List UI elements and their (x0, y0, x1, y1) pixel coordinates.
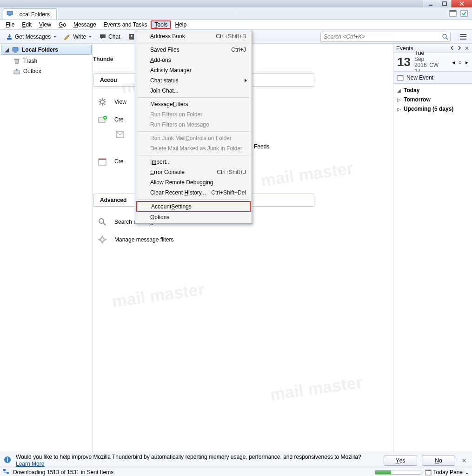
action-label: Cre (114, 158, 123, 165)
get-messages-button[interactable]: Get Messages (3, 32, 59, 41)
tasks-icon[interactable] (460, 9, 468, 19)
svg-rect-2 (7, 11, 13, 15)
chat-button[interactable]: Chat (96, 32, 123, 41)
svg-point-9 (131, 35, 133, 37)
filters-icon (93, 235, 107, 244)
close-button[interactable] (451, 0, 472, 7)
menu-help[interactable]: Help (171, 20, 190, 29)
menu-file[interactable]: File (2, 20, 18, 29)
menu-address-book[interactable]: Address BookCtrl+Shift+B (136, 31, 251, 41)
menu-tools[interactable]: Tools (151, 20, 171, 29)
progress-bar (375, 470, 421, 475)
prev-day-icon[interactable]: ◂ (452, 59, 455, 66)
action-label: View (114, 99, 126, 105)
menu-clear-history[interactable]: Clear Recent History...Ctrl+Shift+Del (136, 188, 251, 198)
menu-edit[interactable]: Edit (18, 20, 35, 29)
sidebar-item-trash[interactable]: Trash (0, 56, 93, 66)
search-icon[interactable] (442, 34, 448, 41)
menu-run-filters-message: Run Filters on Message (136, 120, 251, 130)
twisty-icon[interactable]: ◢ (4, 47, 9, 53)
sidebar-label: Trash (23, 58, 37, 64)
menu-saved-files[interactable]: Saved FilesCtrl+J (136, 45, 251, 55)
event-group-tomorrow[interactable]: ▷Tomorrow (397, 95, 468, 104)
today-dot-icon[interactable]: ○ (459, 59, 462, 66)
event-group-today[interactable]: ◢Today (397, 86, 468, 95)
submenu-arrow-icon (245, 79, 247, 82)
date-display: 13 Tue Sep 2016 CW 37 ◂ ○ ▸ (393, 53, 472, 72)
watermark: mail master (269, 372, 364, 404)
svg-rect-25 (99, 159, 106, 160)
svg-rect-12 (460, 36, 466, 37)
new-account-icon (93, 115, 107, 124)
svg-rect-16 (14, 59, 19, 60)
menu-join-chat[interactable]: Join Chat... (136, 86, 251, 96)
maximize-button[interactable] (437, 0, 451, 7)
events-title: Events (396, 45, 413, 52)
tab-bar: Local Folders (0, 7, 472, 20)
learn-more-link[interactable]: Learn More (16, 461, 44, 467)
menu-chat-status[interactable]: Chat status (136, 75, 251, 86)
folder-pane: ◢ Local Folders Trash Outbox (0, 44, 93, 453)
addressbook-icon (128, 33, 135, 40)
notification-bar: i Would you like to help improve Mozilla… (0, 453, 472, 468)
today-pane-toggle[interactable]: Today Pane ⌄ (425, 469, 469, 476)
close-notification-icon[interactable]: ✕ (460, 457, 468, 464)
menu-import[interactable]: Import... (136, 157, 251, 167)
no-button[interactable]: No (422, 456, 455, 466)
calendar-icon[interactable] (449, 9, 457, 19)
svg-point-26 (99, 219, 104, 223)
svg-rect-14 (13, 47, 18, 51)
prev-icon[interactable] (450, 45, 454, 52)
new-event-row[interactable]: New Event (393, 72, 472, 84)
menu-view[interactable]: View (35, 20, 55, 29)
pencil-icon (64, 33, 71, 40)
yes-button[interactable]: Yes (384, 456, 417, 466)
write-button[interactable]: Write (61, 32, 94, 41)
menu-remote-debugging[interactable]: Allow Remote Debugging (136, 177, 251, 188)
menu-account-settings[interactable]: Account Settings (136, 201, 251, 212)
next-day-icon[interactable]: ▸ (465, 59, 468, 66)
watermark: mail master (111, 279, 206, 311)
tab-local-folders[interactable]: Local Folders (3, 8, 57, 20)
calendar-icon (93, 157, 107, 166)
get-messages-label: Get Messages (15, 34, 51, 40)
svg-rect-17 (14, 71, 20, 74)
gear-icon (93, 97, 107, 107)
app-menu-button[interactable] (457, 33, 469, 40)
menu-add-ons[interactable]: Add-ons (136, 55, 251, 65)
svg-rect-0 (429, 5, 432, 6)
action-manage-filters[interactable]: Manage message filters (93, 231, 384, 248)
today-pane: Events ✕ 13 Tue Sep 2016 CW 37 ◂ ○ ▸ New… (393, 44, 472, 453)
info-icon: i (4, 456, 11, 465)
menu-options[interactable]: Options (136, 212, 251, 222)
download-icon (6, 33, 13, 40)
menu-activity-manager[interactable]: Activity Manager (136, 65, 251, 75)
menu-message[interactable]: Message (70, 20, 100, 29)
svg-rect-6 (461, 10, 467, 16)
menu-message-filters[interactable]: Message Filters (136, 99, 251, 109)
sidebar-item-local-folders[interactable]: ◢ Local Folders (1, 45, 92, 55)
tab-label: Local Folders (16, 11, 50, 18)
close-pane-icon[interactable]: ✕ (465, 45, 469, 52)
menu-error-console[interactable]: Error ConsoleCtrl+Shift+J (136, 167, 251, 177)
svg-text:i: i (7, 456, 8, 463)
computer-icon (12, 46, 19, 54)
chevron-down-icon: ⌄ (465, 469, 469, 476)
menu-go[interactable]: Go (55, 20, 70, 29)
next-icon[interactable] (457, 45, 462, 52)
window-titlebar (0, 0, 472, 7)
search-input[interactable] (324, 34, 440, 40)
minimize-button[interactable] (423, 0, 437, 7)
event-group-upcoming[interactable]: ▷Upcoming (5 days) (397, 104, 468, 114)
menu-events-tasks[interactable]: Events and Tasks (100, 20, 151, 29)
chat-icon (99, 33, 106, 40)
network-icon[interactable] (3, 469, 9, 476)
search-icon (93, 217, 107, 227)
svg-rect-13 (460, 39, 466, 40)
sidebar-label: Local Folders (22, 47, 58, 53)
sidebar-item-outbox[interactable]: Outbox (0, 66, 93, 76)
svg-rect-28 (398, 75, 403, 76)
dropdown-caret-icon (89, 36, 92, 38)
svg-rect-5 (450, 10, 456, 12)
search-box[interactable] (320, 32, 451, 42)
